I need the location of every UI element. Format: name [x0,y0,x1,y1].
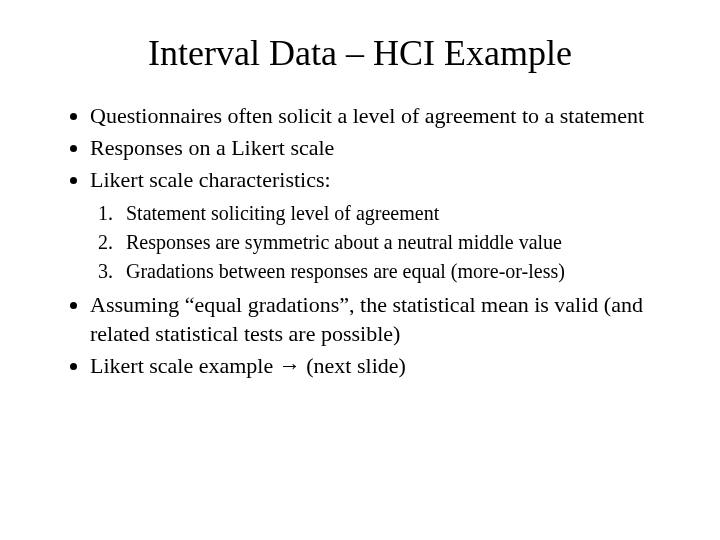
bullet-item: Responses on a Likert scale [90,134,672,162]
numbered-item: Statement soliciting level of agreement [118,200,672,227]
bullet-item: Likert scale characteristics: [90,166,672,194]
bullet-text: (next slide) [301,353,406,378]
bullet-item: Likert scale example → (next slide) [90,352,672,380]
bullet-list-continued: Assuming “equal gradations”, the statist… [48,291,672,379]
bullet-item: Questionnaires often solicit a level of … [90,102,672,130]
slide-title: Interval Data – HCI Example [48,32,672,74]
slide: Interval Data – HCI Example Questionnair… [0,0,720,540]
arrow-icon: → [279,353,301,378]
bullet-item: Assuming “equal gradations”, the statist… [90,291,672,347]
numbered-list: Statement soliciting level of agreement … [48,200,672,285]
numbered-item: Responses are symmetric about a neutral … [118,229,672,256]
numbered-item: Gradations between responses are equal (… [118,258,672,285]
bullet-text: Likert scale example [90,353,279,378]
bullet-list: Questionnaires often solicit a level of … [48,102,672,194]
